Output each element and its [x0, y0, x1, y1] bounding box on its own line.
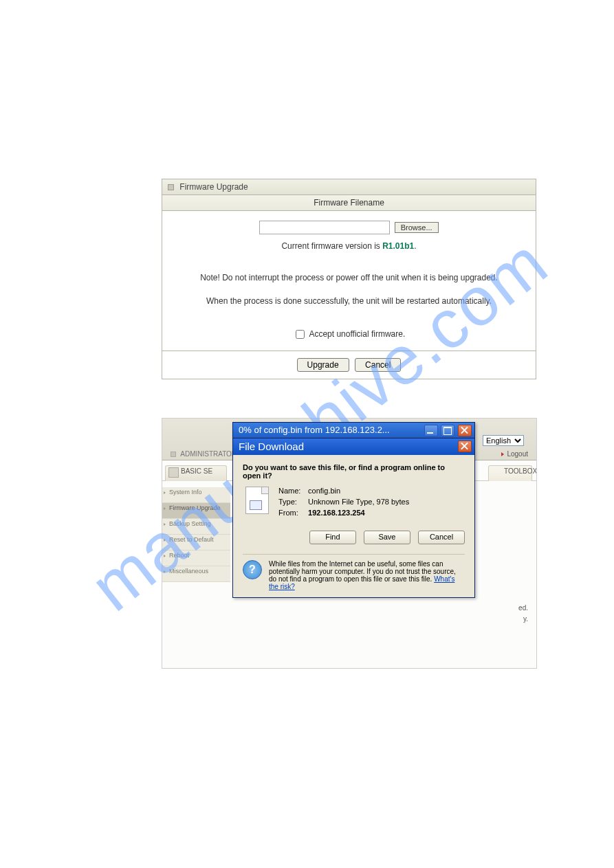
sidebar-arrow-icon: [164, 507, 166, 510]
find-button[interactable]: Find: [309, 531, 356, 544]
firmware-upgrade-panel: Firmware Upgrade Firmware Filename Brows…: [162, 179, 536, 379]
language-select-container: English: [483, 434, 524, 446]
minimize-button[interactable]: [424, 425, 438, 436]
tab-basic-label: BASIC SE: [181, 467, 212, 475]
dialog-progress-title: 0% of config.bin from 192.168.123.2...: [239, 425, 390, 435]
accept-unofficial-label: Accept unofficial firmware.: [309, 329, 405, 339]
sidebar-arrow-icon: [164, 555, 166, 557]
tab-toolbox[interactable]: TOOLBOX: [488, 465, 532, 481]
logout-arrow-icon: [501, 452, 504, 456]
panel-header: Firmware Upgrade: [162, 179, 536, 195]
browse-button[interactable]: Browse...: [395, 222, 439, 233]
dialog-titlebar[interactable]: File Download: [233, 438, 474, 455]
label-type: Type:: [278, 498, 306, 506]
sidebar-arrow-icon: [164, 539, 166, 542]
tab-toolbox-label: TOOLBOX: [504, 467, 537, 475]
sidebar-item[interactable]: Miscellaneous: [162, 566, 230, 582]
content-trunc-3: y.: [523, 615, 528, 623]
sidebar-item[interactable]: Reset to Default: [162, 535, 230, 550]
warning-text: While files from the Internet can be use…: [269, 560, 456, 583]
content-trunc-2: ed.: [518, 604, 528, 612]
value-name: config.bin: [308, 487, 340, 495]
bullet-icon: [171, 452, 176, 457]
file-icon: [245, 487, 269, 514]
admin-sidebar: System InfoFirmware UpgradeBackup Settin…: [162, 487, 230, 582]
sidebar-item-label: System Info: [169, 489, 202, 496]
version-value: R1.01b1: [382, 241, 414, 251]
version-suffix: .: [414, 241, 416, 251]
note-text-1: Note! Do not interrupt the process or po…: [169, 273, 529, 282]
sidebar-item[interactable]: Firmware Upgrade: [162, 503, 230, 519]
cancel-button[interactable]: Cancel: [355, 358, 401, 372]
panel-header-title: Firmware Upgrade: [179, 182, 248, 192]
note-text-2: When the process is done successfully, t…: [169, 296, 529, 306]
dialog-prompt: Do you want to save this file, or find a…: [243, 463, 465, 480]
close-button-inner[interactable]: [458, 441, 472, 452]
logout-link[interactable]: Logout: [501, 450, 528, 458]
panel-body: Browse... Current firmware version is R1…: [162, 211, 536, 351]
sidebar-arrow-icon: [164, 570, 166, 573]
close-button[interactable]: [458, 425, 472, 436]
divider: [243, 554, 465, 555]
tab-icon: [168, 467, 179, 478]
sidebar-item-label: Miscellaneous: [169, 568, 208, 575]
label-from: From:: [278, 509, 306, 517]
sidebar-item-label: Reboot: [169, 552, 189, 559]
panel-footer: Upgrade Cancel: [162, 351, 536, 379]
label-name: Name:: [278, 487, 306, 495]
sidebar-item-label: Firmware Upgrade: [169, 504, 221, 511]
tab-basic-setting[interactable]: BASIC SE: [165, 465, 227, 481]
sidebar-arrow-icon: [164, 523, 166, 526]
upgrade-button[interactable]: Upgrade: [297, 358, 349, 372]
maximize-button[interactable]: [441, 425, 454, 436]
logout-label: Logout: [507, 450, 528, 458]
warning-row: ? While files from the Internet can be u…: [243, 560, 465, 590]
file-info: Name: config.bin Type: Unknown File Type…: [243, 487, 465, 520]
panel-subheader: Firmware Filename: [162, 195, 536, 211]
version-prefix-text: Current firmware version is: [281, 241, 382, 251]
file-download-dialog: 0% of config.bin from 192.168.123.2... F…: [232, 422, 475, 598]
language-select[interactable]: English: [483, 435, 524, 446]
sidebar-item[interactable]: Reboot: [162, 550, 230, 566]
dialog-button-row: Find Save Cancel: [243, 531, 465, 544]
save-button[interactable]: Save: [364, 531, 410, 544]
firmware-filename-input[interactable]: [259, 221, 390, 234]
dialog-title: File Download: [239, 441, 304, 452]
sidebar-item-label: Backup Setting: [169, 520, 211, 527]
value-from: 192.168.123.254: [308, 509, 365, 517]
dialog-body: Do you want to save this file, or find a…: [233, 455, 474, 597]
sidebar-item-label: Reset to Default: [169, 536, 214, 543]
dialog-cancel-button[interactable]: Cancel: [418, 531, 465, 544]
sidebar-arrow-icon: [164, 491, 166, 494]
sidebar-item[interactable]: Backup Setting: [162, 519, 230, 535]
accept-unofficial-checkbox[interactable]: [296, 330, 305, 339]
sidebar-item[interactable]: System Info: [162, 487, 230, 503]
value-type: Unknown File Type, 978 bytes: [308, 498, 409, 506]
router-admin-panel: ADMINISTRATOR's I English Logout BASIC S…: [162, 418, 537, 669]
bullet-icon: [168, 184, 174, 190]
dialog-progress-titlebar[interactable]: 0% of config.bin from 192.168.123.2...: [233, 423, 474, 438]
info-icon: ?: [243, 560, 262, 579]
